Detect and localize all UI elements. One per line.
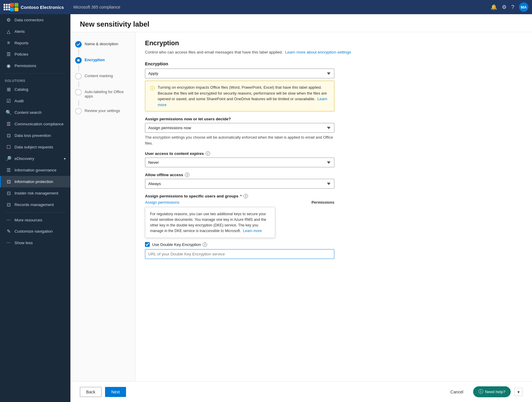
sidebar-item-communication-compliance[interactable]: ☰ Communication compliance [0,118,70,130]
sidebar-item-label: Show less [14,241,33,245]
wizard-step-review[interactable]: Review your settings [75,106,130,116]
user-access-dropdown[interactable]: Never On a specific date Number of days … [145,158,334,167]
assign-permissions-desc: The encryption settings you choose will … [145,134,334,146]
notification-icon[interactable]: 🔔 [491,4,497,10]
step-4-circle [75,89,82,95]
sidebar-item-show-less[interactable]: ··· Show less [0,237,70,248]
sidebar-item-catalog[interactable]: ⊞ Catalog [0,84,70,95]
sidebar-item-data-connectors[interactable]: ⚙ Data connectors [0,14,70,26]
assign-specific-label: Assign permissions to specific users and… [145,194,523,198]
alerts-icon: △ [6,29,12,34]
sidebar-item-label: Data connectors [14,18,43,22]
step-3-circle [75,73,82,80]
logo-icon [10,3,18,11]
assign-permissions-row: Assign permissions Permissions [145,200,334,205]
top-navigation: Contoso Electronics Microsoft 365 compli… [0,0,532,14]
learn-more-link[interactable]: Learn more about encryption settings [285,50,351,54]
dke-info-icon[interactable]: i [203,242,207,247]
required-star: * [240,194,242,198]
encryption-description: Control who can access files and email m… [145,49,523,55]
sidebar-item-label: Records management [14,202,54,207]
permissions-icon: ◉ [6,63,12,69]
sidebar-item-policies[interactable]: ☰ Policies [0,48,70,60]
app-logo: Contoso Electronics [10,3,64,11]
step-3-label: Content marking [85,73,113,78]
dke-url-input[interactable] [145,249,334,259]
sidebar-item-records-management[interactable]: ⊡ Records management [0,199,70,210]
step-connector-1 [78,49,79,55]
sidebar-item-alerts[interactable]: △ Alerts [0,26,70,37]
sidebar-item-label: eDiscovery [14,156,34,161]
sidebar-item-label: Customize navigation [14,229,53,234]
wizard-steps-panel: Name & description Encryption Content ma… [70,32,136,381]
dke-tooltip-box: For regulatory reasons, you can use two … [145,207,275,238]
sidebar-item-permissions[interactable]: ◉ Permissions [0,60,70,72]
sidebar-item-content-search[interactable]: 🔍 Content search [0,107,70,118]
main-content: New sensitivity label Name & description… [70,14,532,402]
scroll-down-button[interactable]: ▾ [514,388,523,396]
next-button[interactable]: Next [105,387,126,397]
step-4-label: Auto-labeling for Office apps [85,89,130,98]
solutions-section-label: Solutions [0,75,70,84]
encryption-dropdown[interactable]: Apply Remove None [145,69,334,78]
allow-offline-dropdown[interactable]: Always Never Only for a number of days [145,179,334,189]
info-governance-icon: ☰ [6,167,12,173]
communication-compliance-icon: ☰ [6,121,12,127]
sidebar-item-label: Insider risk management [14,191,58,195]
audit-icon: ☑ [6,98,12,104]
help-icon[interactable]: ? [511,4,514,10]
allow-offline-info-icon[interactable]: i [185,173,189,177]
sidebar-item-information-protection[interactable]: ⊡ Information protection [0,176,70,187]
warning-text: Turning on encryption impacts Office fil… [158,85,327,101]
wizard-step-encryption[interactable]: Encryption [75,55,130,65]
waffle-menu-icon[interactable] [4,4,10,10]
assign-permissions-dropdown[interactable]: Assign permissions now Let users assign … [145,123,334,133]
records-mgmt-icon: ⊡ [6,202,12,208]
sidebar-item-customize-navigation[interactable]: ✎ Customize navigation [0,226,70,237]
wizard-content-area: Encryption Control who can access files … [136,32,532,381]
back-button[interactable]: Back [80,387,101,397]
warning-icon: ⓘ [150,85,155,108]
allow-offline-label: Allow offline access i [145,173,523,177]
sidebar-item-reports[interactable]: ≡ Reports [0,37,70,48]
need-help-button[interactable]: ⓘ Need help? [473,386,511,397]
wizard-step-content-marking[interactable]: Content marking [75,71,130,81]
sidebar-item-ediscovery[interactable]: 🔎 eDiscovery ▾ [0,153,70,164]
sidebar-item-more-resources[interactable]: ··· More resources [0,214,70,226]
wizard-layout: Name & description Encryption Content ma… [70,32,532,381]
user-access-info-icon[interactable]: i [206,151,210,156]
tooltip-learn-more-link[interactable]: Learn more [243,229,262,233]
user-avatar[interactable]: MA [519,2,528,12]
sidebar: ⚙ Data connectors △ Alerts ≡ Reports ☰ P… [0,14,70,402]
bottom-bar: Back Next Cancel ⓘ Need help? ▾ [70,381,532,402]
assign-permissions-link[interactable]: Assign permissions [145,200,179,205]
sidebar-item-information-governance[interactable]: ☰ Information governance [0,164,70,176]
need-help-icon: ⓘ [478,389,483,395]
show-less-icon: ··· [6,240,12,245]
wizard-step-auto-labeling[interactable]: Auto-labeling for Office apps [75,87,130,100]
sidebar-item-label: Reports [14,41,28,45]
settings-icon[interactable]: ⚙ [502,4,507,10]
info-protection-icon: ⊡ [6,179,12,184]
sidebar-item-insider-risk[interactable]: ⊡ Insider risk management [0,187,70,199]
sidebar-item-audit[interactable]: ☑ Audit [0,95,70,107]
dke-checkbox[interactable] [145,242,150,247]
assign-specific-info-icon[interactable]: i [244,194,248,198]
wizard-step-name-description[interactable]: Name & description [75,39,130,49]
page-title: New sensitivity label [80,20,523,28]
sidebar-divider-2 [5,212,66,213]
need-help-label: Need help? [485,390,505,394]
sidebar-divider-1 [5,73,66,74]
sidebar-item-label: Data loss prevention [14,133,51,138]
sidebar-item-data-subject-requests[interactable]: ☐ Data subject requests [0,141,70,153]
reports-icon: ≡ [6,40,12,46]
sidebar-item-label: Content search [14,110,42,115]
sidebar-item-data-loss-prevention[interactable]: ⊡ Data loss prevention [0,130,70,141]
svg-rect-0 [10,3,14,7]
step-connector-3 [78,81,79,87]
encryption-subheading: Encryption [145,61,523,66]
user-access-label: User access to content expires i [145,151,523,156]
svg-rect-2 [10,7,14,11]
cancel-button[interactable]: Cancel [444,387,470,397]
data-connectors-icon: ⚙ [6,17,12,23]
